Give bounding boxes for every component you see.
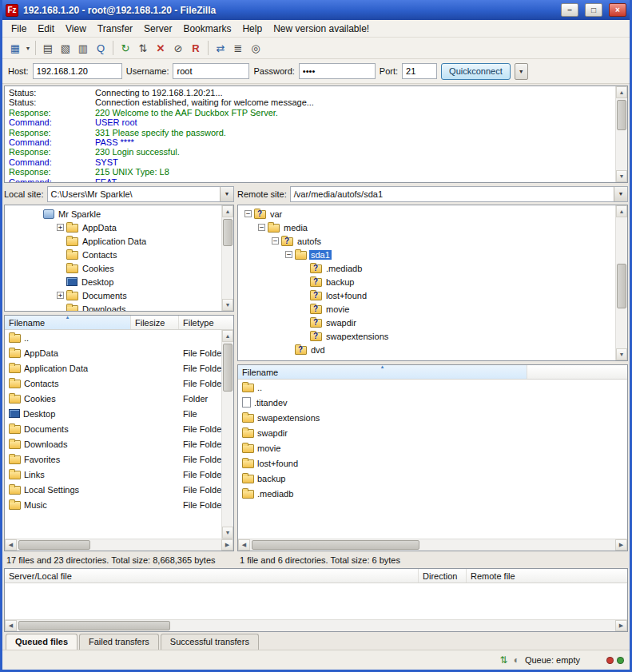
scroll-up-icon[interactable]: ▲	[222, 205, 233, 217]
tree-item-downloads[interactable]: Downloads	[6, 302, 220, 312]
file-row[interactable]: Favorites File Folder	[5, 451, 233, 467]
username-input[interactable]	[173, 63, 249, 79]
scroll-up-icon[interactable]: ▲	[616, 86, 627, 98]
file-row[interactable]: .titandev	[238, 395, 627, 410]
file-row[interactable]: Local Settings File Folder	[5, 482, 233, 497]
column-header-filename[interactable]: ▴ Filename	[238, 365, 527, 379]
tree-item-lost-found[interactable]: ? lost+found	[240, 288, 614, 302]
collapse-minus-icon[interactable]: −	[244, 210, 252, 217]
local-tree-scrollbar[interactable]: ▲ ▼	[221, 205, 233, 311]
menu-file[interactable]: File	[6, 22, 32, 36]
file-row[interactable]: lost+found	[238, 455, 627, 471]
collapse-minus-icon[interactable]: −	[272, 237, 279, 245]
remote-site-combo[interactable]: /var/media/autofs/sda1 ▼	[290, 186, 628, 202]
toggle-local-treeview-icon[interactable]: ▧	[57, 39, 74, 57]
menu-edit[interactable]: Edit	[32, 22, 60, 36]
chevron-down-icon[interactable]: ▼	[614, 187, 627, 201]
chevron-down-icon[interactable]: ▼	[220, 187, 233, 201]
disconnect-icon[interactable]: ⊘	[169, 39, 187, 57]
file-row[interactable]: Desktop File	[5, 406, 233, 421]
local-list-hscrollbar[interactable]: ◀ ▶	[5, 539, 233, 551]
column-header-remote-file[interactable]: Remote file	[467, 569, 627, 583]
tree-item-swapdir[interactable]: ? swapdir	[240, 316, 614, 329]
file-row[interactable]: swapdir	[238, 425, 627, 440]
toggle-remote-treeview-icon[interactable]: ▥	[74, 39, 92, 57]
file-row[interactable]: Links File Folder	[5, 467, 233, 482]
menu-view[interactable]: View	[60, 22, 92, 36]
tab-failed-transfers[interactable]: Failed transfers	[79, 634, 159, 650]
tree-item-desktop[interactable]: Desktop	[6, 275, 220, 288]
directory-comparison-icon[interactable]: ⇄	[212, 39, 229, 57]
file-row[interactable]: swapextensions	[238, 410, 627, 425]
file-row[interactable]: Application Data File Folder	[5, 360, 233, 376]
file-row[interactable]: ..	[5, 330, 233, 345]
expand-plus-icon[interactable]: +	[57, 224, 64, 231]
queue-hscrollbar[interactable]: ◀ ▶	[5, 619, 627, 631]
column-header-filesize[interactable]: Filesize	[131, 316, 179, 329]
site-manager-icon[interactable]: ▦	[6, 39, 24, 57]
toggle-queue-icon[interactable]: Q	[92, 39, 109, 57]
tree-item-swapextensions[interactable]: ? swapextensions	[240, 329, 614, 343]
file-row[interactable]: AppData File Folder	[5, 345, 233, 360]
tab-successful-transfers[interactable]: Successful transfers	[161, 634, 259, 650]
tab-queued-files[interactable]: Queued files	[6, 634, 78, 650]
site-manager-dropdown-icon[interactable]: ▼	[24, 39, 32, 57]
log-scrollbar[interactable]: ▲ ▼	[615, 86, 627, 182]
file-row[interactable]: movie	[238, 440, 627, 455]
local-list-scrollbar[interactable]: ▲ ▼	[221, 330, 233, 539]
menu-server[interactable]: Server	[138, 22, 177, 36]
tree-item-appdata[interactable]: + AppData	[6, 221, 220, 234]
scroll-down-icon[interactable]: ▼	[222, 299, 233, 311]
scroll-right-icon[interactable]: ▶	[615, 539, 627, 551]
file-row[interactable]: Music File Folder	[5, 497, 233, 512]
refresh-icon[interactable]: ↻	[117, 39, 134, 57]
file-row[interactable]: Contacts File Folder	[5, 376, 233, 391]
find-files-icon[interactable]: ◎	[247, 39, 264, 57]
tree-item-dvd[interactable]: ? dvd	[240, 343, 614, 356]
menu-help[interactable]: Help	[237, 22, 268, 36]
scroll-right-icon[interactable]: ▶	[221, 539, 233, 551]
menu-new-version[interactable]: New version available!	[268, 22, 375, 36]
tree-item-application-data[interactable]: Application Data	[6, 234, 220, 248]
scroll-left-icon[interactable]: ◀	[5, 539, 17, 551]
minimize-button[interactable]: –	[561, 3, 578, 17]
scroll-up-icon[interactable]: ▲	[222, 330, 233, 342]
expand-plus-icon[interactable]: +	[57, 292, 64, 299]
port-input[interactable]	[402, 63, 437, 79]
toggle-message-log-icon[interactable]: ▤	[39, 39, 57, 57]
remote-list-hscrollbar[interactable]: ◀ ▶	[238, 539, 627, 551]
file-row[interactable]: .mediadb	[238, 486, 627, 501]
quickconnect-button[interactable]: Quickconnect	[441, 63, 511, 80]
file-row[interactable]: Documents File Folder	[5, 421, 233, 436]
tree-item-var[interactable]: − ? var	[240, 207, 614, 221]
column-header-filetype[interactable]: Filetype	[179, 316, 233, 329]
column-header-direction[interactable]: Direction	[419, 569, 467, 583]
file-row[interactable]: Cookies Folder	[5, 391, 233, 406]
close-button[interactable]: ×	[609, 3, 626, 17]
cancel-icon[interactable]: ✕	[152, 39, 169, 57]
tree-item-backup[interactable]: ? backup	[240, 275, 614, 288]
password-input[interactable]	[299, 63, 376, 79]
tree-item-cookies[interactable]: Cookies	[6, 261, 220, 275]
file-row[interactable]: backup	[238, 471, 627, 486]
scroll-up-icon[interactable]: ▲	[616, 205, 627, 217]
tree-item-mr-sparkle[interactable]: Mr Sparkle	[6, 207, 220, 221]
menu-bookmarks[interactable]: Bookmarks	[177, 22, 237, 36]
scroll-right-icon[interactable]: ▶	[615, 620, 627, 631]
column-header-filename[interactable]: ▴ Filename	[5, 316, 131, 329]
quickconnect-dropdown-icon[interactable]: ▼	[515, 63, 528, 80]
file-row[interactable]: Downloads File Folder	[5, 436, 233, 451]
maximize-button[interactable]: □	[585, 3, 602, 17]
remote-tree-scrollbar[interactable]: ▲ ▼	[615, 205, 627, 360]
tree-item-sda1[interactable]: − sda1	[240, 248, 614, 261]
scroll-down-icon[interactable]: ▼	[222, 527, 233, 539]
tree-item-contacts[interactable]: Contacts	[6, 248, 220, 261]
tree-item-media[interactable]: − media	[240, 221, 614, 234]
tree-item-movie[interactable]: ? movie	[240, 302, 614, 316]
collapse-minus-icon[interactable]: −	[258, 224, 265, 231]
scroll-down-icon[interactable]: ▼	[616, 348, 627, 360]
local-site-combo[interactable]: C:\Users\Mr Sparkle\ ▼	[47, 186, 234, 202]
synchronized-browsing-icon[interactable]: ≣	[229, 39, 247, 57]
process-queue-icon[interactable]: ⇅	[134, 39, 152, 57]
column-header-server-local-file[interactable]: Server/Local file	[5, 569, 419, 583]
